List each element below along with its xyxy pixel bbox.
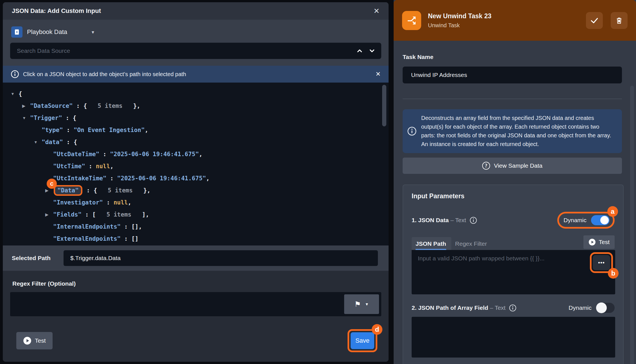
json-tree-line[interactable]: "UtcDateTime" : "2025-06-06 19:46:41.675…: [3, 148, 389, 160]
json-token: : {: [63, 139, 77, 145]
annotation-d: d: [372, 324, 382, 335]
json-tree-line[interactable]: ▼"Trigger" : {: [3, 112, 389, 124]
json-token: ,: [110, 163, 114, 170]
save-button[interactable]: Save: [351, 332, 374, 349]
task-name-input[interactable]: Unwind IP Addresses: [403, 67, 622, 83]
more-options-button[interactable]: •••: [593, 255, 610, 270]
selected-path-input[interactable]: $.Trigger.data.Data: [64, 250, 378, 266]
param-2-type: – Text: [490, 304, 506, 311]
json-token: 5 items: [96, 211, 142, 218]
json-token: "InternalEndpoints": [53, 223, 121, 230]
dynamic-toggle-on[interactable]: [591, 215, 610, 225]
json-token: :: [63, 127, 74, 133]
modal-title: JSON Data: Add Custom Input: [12, 7, 101, 15]
json-token: ],: [142, 211, 149, 218]
annotation-c: c: [47, 179, 57, 189]
banner-text: Click on a JSON object to add the object…: [23, 71, 186, 78]
json-token: },: [133, 103, 140, 109]
trash-icon: [615, 16, 623, 25]
task-panel-header: New Unwind Task 23 Unwind Task: [394, 0, 636, 41]
json-token: : [: [82, 211, 96, 218]
task-panel: New Unwind Task 23 Unwind Task Task Name…: [394, 0, 636, 364]
json-token: : {: [62, 115, 76, 121]
delete-button[interactable]: [611, 12, 628, 29]
flag-icon: ⚑: [354, 300, 361, 309]
tree-toggle-icon[interactable]: ▶: [45, 212, 53, 217]
dynamic-label: Dynamic: [563, 217, 587, 224]
param-1-row: 1. JSON Data – Text Dynamic a: [412, 212, 615, 229]
tree-toggle-icon[interactable]: ▼: [34, 140, 42, 144]
json-path-textarea[interactable]: Input a valid JSON path wrapped between …: [412, 250, 615, 294]
scrollbar-thumb[interactable]: [630, 86, 634, 364]
json-token: {: [19, 90, 22, 97]
task-name-label: Task Name: [403, 54, 627, 60]
confirm-button[interactable]: [586, 12, 603, 29]
regex-filter-input[interactable]: ⚑ ▼: [10, 292, 381, 316]
json-token: : {: [83, 187, 97, 194]
modal-header: JSON Data: Add Custom Input ✕: [3, 2, 389, 20]
dynamic-toggle-off[interactable]: [596, 303, 615, 313]
json-tree-line[interactable]: ▼{: [3, 88, 389, 100]
tree-toggle-icon[interactable]: ▶: [22, 104, 30, 108]
array-field-textarea[interactable]: [412, 317, 615, 358]
test-button[interactable]: Test: [16, 332, 53, 349]
data-source-selector[interactable]: Playbook Data ▼: [3, 20, 389, 38]
json-token: "DataSource": [30, 103, 73, 109]
info-icon: [509, 304, 517, 312]
json-token: :: [121, 235, 131, 242]
chevron-down-icon[interactable]: [368, 47, 376, 54]
view-sample-data-label: View Sample Data: [494, 162, 542, 169]
json-tree-line[interactable]: "ExternalEndpoints" : []: [3, 233, 389, 245]
tree-toggle-icon[interactable]: ▶: [45, 188, 53, 193]
chevron-up-icon[interactable]: [356, 47, 363, 54]
json-path-placeholder: Input a valid JSON path wrapped between …: [418, 255, 545, 261]
annotation-ring-b: ••• b: [590, 252, 613, 273]
json-token: "2025-06-06 19:46:41.675": [117, 175, 206, 182]
json-tree-line[interactable]: ▼"data" : {: [3, 136, 389, 148]
tree-toggle-icon[interactable]: ▼: [11, 92, 19, 96]
json-tree-line[interactable]: "InternalEndpoints" : [],: [3, 220, 389, 233]
json-token: "UtcDateTime": [53, 151, 99, 158]
json-token: "data": [42, 139, 63, 145]
param-2-label: 2. JSON Path of Array Field: [412, 304, 488, 311]
page: JSON Data: Add Custom Input ✕ Playbook D…: [0, 0, 636, 364]
search-data-source-input[interactable]: Search Data Source: [10, 43, 381, 59]
json-token: "UtcTime": [53, 163, 85, 170]
playbook-data-icon: [11, 26, 22, 38]
close-icon[interactable]: ✕: [373, 7, 380, 15]
chevron-down-icon: ▼: [365, 302, 369, 306]
json-token: },: [143, 187, 150, 194]
tree-toggle-icon[interactable]: ▼: [22, 116, 30, 120]
modal-footer: Test Save d: [10, 329, 381, 352]
annotation-a: a: [607, 206, 618, 217]
annotation-ring-a: Dynamic a: [557, 212, 615, 229]
json-tree-line[interactable]: "Investigator" : null,: [3, 196, 389, 208]
json-token: [],: [131, 223, 142, 230]
json-tree-line[interactable]: "UtcTime" : null,: [3, 160, 389, 172]
param-test-button[interactable]: Test: [583, 235, 615, 249]
tab-regex-filter[interactable]: Regex Filter: [451, 237, 492, 250]
regex-flags-dropdown[interactable]: ⚑ ▼: [344, 294, 379, 314]
play-icon: [588, 238, 596, 246]
json-tree-line[interactable]: ▶"Fields" : [ 5 items ],: [3, 208, 389, 220]
json-token: ,: [199, 151, 202, 158]
input-parameters-title: Input Parameters: [412, 192, 615, 200]
json-token: "2025-06-06 19:46:41.675": [110, 151, 199, 158]
json-token: 5 items: [97, 187, 143, 194]
banner-close-icon[interactable]: ✕: [376, 70, 381, 78]
json-token: 5 items: [87, 103, 133, 109]
json-tree-line[interactable]: "UtcIntakeTime" : "2025-06-06 19:46:41.6…: [3, 172, 389, 184]
view-sample-data-button[interactable]: ? View Sample Data: [403, 158, 622, 174]
json-token: ,: [145, 127, 148, 133]
json-tree: ▼{▶"DataSource" : { 5 items },▼"Trigger"…: [3, 83, 389, 245]
json-tree-line[interactable]: ▶"Data"c : { 5 items },: [3, 184, 389, 196]
json-tree-line[interactable]: "type" : "On Event Ingestion",: [3, 124, 389, 136]
tab-json-path[interactable]: JSON Path: [412, 237, 451, 250]
scrollbar-thumb[interactable]: [382, 85, 386, 126]
param-1-tabs: JSON Path Regex Filter Test: [412, 235, 615, 250]
selected-path-section: Selected Path $.Trigger.data.Data: [3, 245, 389, 271]
json-tree-line[interactable]: ▶"DataSource" : { 5 items },: [3, 100, 389, 112]
json-token: ,: [206, 175, 210, 182]
unwind-task-icon: [402, 11, 421, 30]
selected-path-value: $.Trigger.data.Data: [70, 255, 121, 261]
